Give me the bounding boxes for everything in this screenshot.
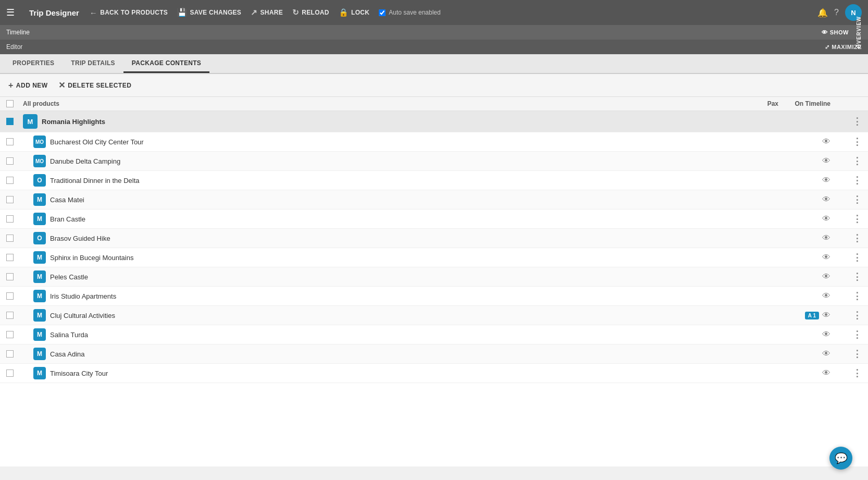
share-label: SHARE [260, 9, 283, 16]
show-button[interactable]: 👁 SHOW [822, 29, 849, 35]
menu-icon[interactable]: ☰ [6, 7, 15, 18]
table-row[interactable]: M Timisoara City Tour 👁 ⋮ [0, 364, 868, 383]
chat-button[interactable]: 💬 [829, 447, 852, 466]
tab-properties[interactable]: PROPERTIES [4, 54, 63, 73]
table-row[interactable]: MO Bucharest Old City Center Tour 👁 ⋮ [0, 132, 868, 152]
more-menu-icon[interactable]: ⋮ [852, 194, 862, 205]
item-name: Peles Castle [50, 273, 88, 281]
more-menu-icon[interactable]: ⋮ [852, 271, 862, 282]
more-menu-icon[interactable]: ⋮ [852, 213, 862, 225]
reload-button[interactable]: ↻ RELOAD [292, 8, 329, 17]
more-menu-icon[interactable]: ⋮ [852, 175, 862, 186]
timeline-label: Timeline [6, 29, 30, 36]
row-checkbox[interactable] [6, 118, 14, 125]
row-checkbox[interactable] [6, 157, 14, 165]
visibility-icon[interactable]: 👁 [822, 176, 830, 185]
visibility-icon[interactable]: 👁 [822, 137, 830, 146]
tab-trip-details[interactable]: TRIP DETAILS [63, 54, 123, 73]
more-menu-icon[interactable]: ⋮ [852, 252, 862, 263]
autosave-label: Auto save enabled [389, 9, 440, 16]
type-badge: M [33, 367, 46, 379]
timeline-value: 👁 [778, 253, 830, 262]
table-row[interactable]: M Iris Studio Apartments 👁 ⋮ [0, 287, 868, 306]
item-name: Salina Turda [50, 331, 88, 339]
table-row[interactable]: MO Danube Delta Camping 👁 ⋮ [0, 152, 868, 171]
tag-badge: A 1 [805, 312, 819, 319]
visibility-icon[interactable]: 👁 [822, 368, 830, 378]
delete-selected-button[interactable]: ✕ DELETE SELECTED [58, 80, 132, 90]
row-checkbox[interactable] [6, 292, 14, 300]
table-header: All products Pax On Timeline [0, 97, 868, 111]
table-row[interactable]: M Romania Highlights ⋮ [0, 111, 868, 132]
visibility-icon[interactable]: 👁 [822, 233, 830, 243]
save-button[interactable]: 💾 SAVE CHANGES [177, 8, 241, 17]
type-badge: M [33, 290, 46, 302]
more-menu-icon[interactable]: ⋮ [852, 232, 862, 244]
visibility-icon[interactable]: 👁 [822, 311, 830, 320]
row-checkbox[interactable] [6, 138, 14, 145]
row-checkbox[interactable] [6, 196, 14, 203]
timeline-value: 👁 [778, 368, 830, 378]
visibility-icon[interactable]: 👁 [822, 349, 830, 359]
visibility-icon[interactable]: 👁 [822, 330, 830, 339]
table-row[interactable]: M Salina Turda 👁 ⋮ [0, 325, 868, 344]
table-row[interactable]: M Casa Matei 👁 ⋮ [0, 190, 868, 210]
row-checkbox[interactable] [6, 215, 14, 223]
timeline-value: 👁 [778, 233, 830, 243]
add-new-button[interactable]: + ADD NEW [8, 81, 48, 90]
more-menu-icon[interactable]: ⋮ [852, 367, 862, 379]
item-name: Iris Studio Apartments [50, 292, 116, 300]
visibility-icon[interactable]: 👁 [822, 214, 830, 224]
table-row[interactable]: M Bran Castle 👁 ⋮ [0, 210, 868, 229]
type-badge: O [33, 232, 46, 244]
editor-bar: Editor ⤢ MAXIMIZE [0, 40, 868, 54]
rows-container: MO Bucharest Old City Center Tour 👁 ⋮ MO… [0, 132, 868, 383]
row-checkbox[interactable] [6, 370, 14, 377]
lock-button[interactable]: 🔒 LOCK [339, 8, 370, 17]
more-menu-icon[interactable]: ⋮ [852, 348, 862, 360]
lock-label: LOCK [351, 9, 369, 16]
timeline-value: 👁 [778, 214, 830, 224]
share-button[interactable]: ↗ SHARE [251, 8, 283, 17]
type-badge: M [33, 270, 46, 283]
back-button[interactable]: ← BACK TO PRODUCTS [90, 8, 168, 17]
table-row[interactable]: M Peles Castle 👁 ⋮ [0, 267, 868, 287]
more-menu-icon[interactable]: ⋮ [852, 329, 862, 340]
timeline-value: 👁 [778, 176, 830, 185]
select-all-checkbox[interactable] [6, 100, 14, 107]
row-checkbox[interactable] [6, 331, 14, 338]
table-row[interactable]: M Cluj Cultural Activities A 1 👁 ⋮ [0, 306, 868, 325]
more-menu-icon[interactable]: ⋮ [852, 136, 862, 147]
share-icon: ↗ [251, 8, 257, 17]
visibility-icon[interactable]: 👁 [822, 253, 830, 262]
visibility-icon[interactable]: 👁 [822, 291, 830, 301]
visibility-icon[interactable]: 👁 [822, 195, 830, 204]
timeline-value: 👁 [778, 330, 830, 339]
table-row[interactable]: O Brasov Guided Hike 👁 ⋮ [0, 229, 868, 248]
row-checkbox[interactable] [6, 177, 14, 184]
tab-package-contents[interactable]: PACKAGE CONTENTS [123, 54, 209, 73]
table-row[interactable]: M Sphinx in Bucegi Mountains 👁 ⋮ [0, 248, 868, 267]
row-checkbox[interactable] [6, 273, 14, 280]
row-checkbox[interactable] [6, 254, 14, 261]
lock-icon: 🔒 [339, 8, 349, 17]
visibility-icon[interactable]: 👁 [822, 272, 830, 281]
more-menu-icon[interactable]: ⋮ [852, 310, 862, 321]
row-checkbox[interactable] [6, 312, 14, 319]
visibility-icon[interactable]: 👁 [822, 156, 830, 166]
table-row[interactable]: O Traditional Dinner in the Delta 👁 ⋮ [0, 171, 868, 190]
top-bar: ☰ Trip Designer ← BACK TO PRODUCTS 💾 SAV… [0, 0, 868, 25]
more-menu-icon[interactable]: ⋮ [852, 290, 862, 302]
type-badge: M [33, 348, 46, 360]
autosave-checkbox[interactable] [379, 9, 386, 16]
type-badge: M [33, 193, 46, 206]
more-menu-icon[interactable]: ⋮ [852, 116, 862, 127]
delete-label: DELETE SELECTED [68, 82, 131, 89]
table-container: All products Pax On Timeline M Romania H… [0, 97, 868, 466]
autosave-toggle[interactable]: Auto save enabled [379, 9, 440, 16]
overview-label: OVERVIEW [856, 16, 862, 48]
more-menu-icon[interactable]: ⋮ [852, 155, 862, 167]
row-checkbox[interactable] [6, 350, 14, 358]
row-checkbox[interactable] [6, 235, 14, 242]
table-row[interactable]: M Casa Adina 👁 ⋮ [0, 344, 868, 364]
